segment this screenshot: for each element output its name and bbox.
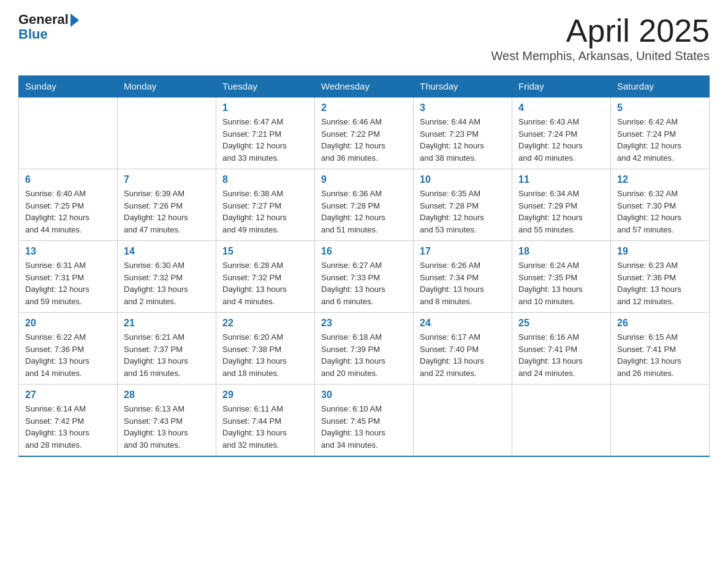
day-number: 2 <box>321 102 407 113</box>
calendar-header-monday: Monday <box>118 76 216 98</box>
day-info: Sunrise: 6:14 AMSunset: 7:42 PMDaylight:… <box>25 403 111 451</box>
calendar-header-tuesday: Tuesday <box>216 76 315 98</box>
day-info: Sunrise: 6:26 AMSunset: 7:34 PMDaylight:… <box>420 259 506 307</box>
day-info: Sunrise: 6:47 AMSunset: 7:21 PMDaylight:… <box>222 116 308 164</box>
calendar-cell: 1Sunrise: 6:47 AMSunset: 7:21 PMDaylight… <box>216 97 315 169</box>
day-number: 7 <box>124 174 210 185</box>
calendar-cell: 2Sunrise: 6:46 AMSunset: 7:22 PMDaylight… <box>315 97 414 169</box>
day-info: Sunrise: 6:16 AMSunset: 7:41 PMDaylight:… <box>518 331 604 379</box>
calendar-week-row: 20Sunrise: 6:22 AMSunset: 7:36 PMDayligh… <box>19 313 710 385</box>
calendar-cell: 9Sunrise: 6:36 AMSunset: 7:28 PMDaylight… <box>315 169 414 241</box>
day-number: 17 <box>420 246 506 257</box>
day-info: Sunrise: 6:17 AMSunset: 7:40 PMDaylight:… <box>420 331 506 379</box>
day-info: Sunrise: 6:31 AMSunset: 7:31 PMDaylight:… <box>25 259 111 307</box>
calendar-header-friday: Friday <box>512 76 611 98</box>
day-info: Sunrise: 6:11 AMSunset: 7:44 PMDaylight:… <box>222 403 308 451</box>
day-info: Sunrise: 6:34 AMSunset: 7:29 PMDaylight:… <box>518 188 604 236</box>
day-info: Sunrise: 6:15 AMSunset: 7:41 PMDaylight:… <box>617 331 703 379</box>
day-info: Sunrise: 6:40 AMSunset: 7:25 PMDaylight:… <box>25 188 111 236</box>
logo-arrow-icon <box>70 13 79 27</box>
day-number: 26 <box>617 318 703 329</box>
calendar-cell: 3Sunrise: 6:44 AMSunset: 7:23 PMDaylight… <box>414 97 512 169</box>
calendar-header-saturday: Saturday <box>611 76 710 98</box>
day-number: 19 <box>617 246 703 257</box>
day-number: 21 <box>124 318 210 329</box>
calendar-cell <box>19 97 118 169</box>
calendar-week-row: 6Sunrise: 6:40 AMSunset: 7:25 PMDaylight… <box>19 169 710 241</box>
calendar-cell: 15Sunrise: 6:28 AMSunset: 7:32 PMDayligh… <box>216 241 315 313</box>
day-number: 24 <box>420 318 506 329</box>
calendar-cell: 4Sunrise: 6:43 AMSunset: 7:24 PMDaylight… <box>512 97 611 169</box>
calendar-cell: 7Sunrise: 6:39 AMSunset: 7:26 PMDaylight… <box>118 169 216 241</box>
day-info: Sunrise: 6:13 AMSunset: 7:43 PMDaylight:… <box>124 403 210 451</box>
calendar-cell: 21Sunrise: 6:21 AMSunset: 7:37 PMDayligh… <box>118 313 216 385</box>
calendar-cell <box>118 97 216 169</box>
calendar-cell: 13Sunrise: 6:31 AMSunset: 7:31 PMDayligh… <box>19 241 118 313</box>
day-info: Sunrise: 6:35 AMSunset: 7:28 PMDaylight:… <box>420 188 506 236</box>
day-number: 14 <box>124 246 210 257</box>
calendar-table: SundayMondayTuesdayWednesdayThursdayFrid… <box>18 75 710 457</box>
logo: General Blue <box>18 12 79 42</box>
day-number: 28 <box>124 389 210 400</box>
day-number: 4 <box>518 102 604 113</box>
calendar-cell: 29Sunrise: 6:11 AMSunset: 7:44 PMDayligh… <box>216 385 315 457</box>
calendar-cell: 14Sunrise: 6:30 AMSunset: 7:32 PMDayligh… <box>118 241 216 313</box>
day-number: 12 <box>617 174 703 185</box>
calendar-cell: 26Sunrise: 6:15 AMSunset: 7:41 PMDayligh… <box>611 313 710 385</box>
calendar-cell: 30Sunrise: 6:10 AMSunset: 7:45 PMDayligh… <box>315 385 414 457</box>
calendar-week-row: 13Sunrise: 6:31 AMSunset: 7:31 PMDayligh… <box>19 241 710 313</box>
day-number: 15 <box>222 246 308 257</box>
day-number: 8 <box>222 174 308 185</box>
calendar-cell: 22Sunrise: 6:20 AMSunset: 7:38 PMDayligh… <box>216 313 315 385</box>
calendar-cell: 6Sunrise: 6:40 AMSunset: 7:25 PMDaylight… <box>19 169 118 241</box>
calendar-cell: 16Sunrise: 6:27 AMSunset: 7:33 PMDayligh… <box>315 241 414 313</box>
day-number: 25 <box>518 318 604 329</box>
day-number: 5 <box>617 102 703 113</box>
calendar-header-thursday: Thursday <box>414 76 512 98</box>
day-number: 20 <box>25 318 111 329</box>
day-info: Sunrise: 6:22 AMSunset: 7:36 PMDaylight:… <box>25 331 111 379</box>
day-info: Sunrise: 6:32 AMSunset: 7:30 PMDaylight:… <box>617 188 703 236</box>
logo-general: General <box>18 12 69 27</box>
day-number: 3 <box>420 102 506 113</box>
calendar-cell <box>512 385 611 457</box>
calendar-cell: 8Sunrise: 6:38 AMSunset: 7:27 PMDaylight… <box>216 169 315 241</box>
day-info: Sunrise: 6:27 AMSunset: 7:33 PMDaylight:… <box>321 259 407 307</box>
calendar-cell: 24Sunrise: 6:17 AMSunset: 7:40 PMDayligh… <box>414 313 512 385</box>
calendar-cell: 17Sunrise: 6:26 AMSunset: 7:34 PMDayligh… <box>414 241 512 313</box>
day-number: 22 <box>222 318 308 329</box>
day-number: 16 <box>321 246 407 257</box>
day-info: Sunrise: 6:44 AMSunset: 7:23 PMDaylight:… <box>420 116 506 164</box>
calendar-cell: 23Sunrise: 6:18 AMSunset: 7:39 PMDayligh… <box>315 313 414 385</box>
calendar-cell <box>414 385 512 457</box>
day-info: Sunrise: 6:39 AMSunset: 7:26 PMDaylight:… <box>124 188 210 236</box>
day-info: Sunrise: 6:23 AMSunset: 7:36 PMDaylight:… <box>617 259 703 307</box>
day-info: Sunrise: 6:10 AMSunset: 7:45 PMDaylight:… <box>321 403 407 451</box>
day-number: 27 <box>25 389 111 400</box>
calendar-header-sunday: Sunday <box>19 76 118 98</box>
day-info: Sunrise: 6:36 AMSunset: 7:28 PMDaylight:… <box>321 188 407 236</box>
day-number: 18 <box>518 246 604 257</box>
day-number: 30 <box>321 389 407 400</box>
calendar-cell: 10Sunrise: 6:35 AMSunset: 7:28 PMDayligh… <box>414 169 512 241</box>
calendar-cell: 18Sunrise: 6:24 AMSunset: 7:35 PMDayligh… <box>512 241 611 313</box>
day-info: Sunrise: 6:20 AMSunset: 7:38 PMDaylight:… <box>222 331 308 379</box>
day-number: 11 <box>518 174 604 185</box>
day-info: Sunrise: 6:38 AMSunset: 7:27 PMDaylight:… <box>222 188 308 236</box>
calendar-cell: 27Sunrise: 6:14 AMSunset: 7:42 PMDayligh… <box>19 385 118 457</box>
day-number: 9 <box>321 174 407 185</box>
logo-blue: Blue <box>18 27 48 42</box>
calendar-cell: 5Sunrise: 6:42 AMSunset: 7:24 PMDaylight… <box>611 97 710 169</box>
day-info: Sunrise: 6:43 AMSunset: 7:24 PMDaylight:… <box>518 116 604 164</box>
day-info: Sunrise: 6:46 AMSunset: 7:22 PMDaylight:… <box>321 116 407 164</box>
calendar-cell: 25Sunrise: 6:16 AMSunset: 7:41 PMDayligh… <box>512 313 611 385</box>
day-number: 29 <box>222 389 308 400</box>
calendar-cell: 19Sunrise: 6:23 AMSunset: 7:36 PMDayligh… <box>611 241 710 313</box>
day-number: 6 <box>25 174 111 185</box>
day-number: 1 <box>222 102 308 113</box>
location-title: West Memphis, Arkansas, United States <box>491 49 710 63</box>
calendar-cell <box>611 385 710 457</box>
day-number: 10 <box>420 174 506 185</box>
calendar-cell: 11Sunrise: 6:34 AMSunset: 7:29 PMDayligh… <box>512 169 611 241</box>
calendar-cell: 12Sunrise: 6:32 AMSunset: 7:30 PMDayligh… <box>611 169 710 241</box>
